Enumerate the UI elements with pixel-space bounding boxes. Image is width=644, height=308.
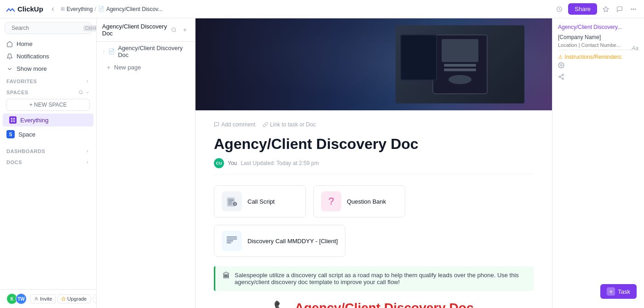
sidebar-footer: K TW Invite Upgrade ?: [0, 289, 96, 308]
svg-rect-8: [13, 118, 15, 120]
more-button[interactable]: [628, 4, 638, 14]
breadcrumb-doc[interactable]: Agency/Client Discov...: [106, 6, 163, 12]
logo-text: ClickUp: [17, 5, 43, 13]
breadcrumb-space[interactable]: Everything: [67, 6, 93, 12]
desk-scene: [396, 25, 524, 103]
space-avatar: S: [6, 130, 15, 138]
dashboards-section: DASHBOARDS: [0, 145, 96, 156]
phone-body: [432, 34, 488, 94]
location-input[interactable]: [558, 42, 632, 50]
task-plus-icon: +: [607, 287, 615, 296]
show-more-label: Show more: [17, 65, 47, 72]
phone-icon: 📞: [274, 300, 290, 308]
search-bar[interactable]: Ctrl+K: [5, 22, 92, 34]
invite-button[interactable]: Invite: [30, 294, 56, 303]
doc-cards: Call Script ? Question Bank: [214, 185, 534, 257]
svg-point-26: [559, 76, 561, 78]
svg-marker-12: [62, 297, 65, 301]
new-page-item[interactable]: New page: [97, 61, 195, 74]
author-name: You: [228, 160, 237, 166]
everything-label: Everything: [20, 117, 48, 124]
sidebar-item-show-more[interactable]: Show more: [0, 63, 96, 75]
discovery-call-icon: [222, 231, 242, 251]
search-doc-button[interactable]: [169, 25, 178, 34]
svg-rect-20: [227, 237, 237, 238]
search-input[interactable]: [12, 25, 80, 31]
add-comment-label: Add comment: [221, 121, 255, 128]
breadcrumb: ⊞ Everything / 📄 Agency/Client Discov...: [61, 6, 163, 12]
phone-bar1: [444, 64, 476, 67]
info-box: 🏛 Salespeople utilize a discovery call s…: [214, 266, 534, 291]
svg-point-27: [562, 78, 564, 80]
hero-image: [196, 18, 552, 110]
sidebar-item-notifications[interactable]: Notifications: [0, 50, 96, 63]
sidebar-item-home[interactable]: Home: [0, 38, 96, 50]
info-text: Salespeople utilize a discovery call scr…: [235, 272, 526, 285]
sidebar-item-everything[interactable]: Everything: [3, 114, 93, 126]
breadcrumb-separator: /: [95, 6, 96, 12]
gear-icon[interactable]: [558, 62, 638, 70]
author-avatar: CU: [214, 158, 224, 168]
call-script-label: Call Script: [247, 198, 275, 205]
info-icon: 🏛: [223, 272, 230, 280]
question-bank-label: Question Bank: [347, 198, 386, 205]
svg-marker-1: [603, 6, 609, 11]
svg-point-24: [560, 64, 562, 66]
upgrade-button[interactable]: Upgrade: [58, 294, 90, 303]
docs-label: DOCS: [6, 160, 22, 165]
timer-button[interactable]: [554, 4, 564, 14]
svg-point-2: [631, 9, 632, 10]
search-shortcut: Ctrl+K: [83, 25, 97, 31]
top-bar-left: ClickUp ⊞ Everything / 📄 Agency/Client D…: [6, 4, 551, 14]
top-bar-actions: Share: [554, 3, 638, 15]
new-doc-button[interactable]: [180, 25, 190, 34]
svg-point-3: [633, 9, 634, 10]
favorites-label: FAVORITES: [6, 79, 37, 84]
user-avatars: K TW: [6, 293, 27, 304]
discovery-call-card[interactable]: Discovery Call MMDDYY - [Client]: [214, 225, 345, 257]
doc-title: Agency/Client Discovery Doc: [214, 135, 534, 153]
link-label: Link to task or Doc: [270, 121, 316, 128]
comment-button[interactable]: [615, 4, 625, 14]
right-panel-company: [Company Name]: [558, 34, 638, 40]
sidebar-item-space[interactable]: S Space: [0, 127, 96, 141]
invite-label: Invite: [40, 296, 52, 302]
question-bank-card[interactable]: ? Question Bank: [313, 185, 405, 217]
share-button[interactable]: Share: [568, 3, 597, 15]
doc-tree-item[interactable]: 📄 Agency/Client Discovery Doc: [97, 42, 195, 61]
instructions-section: ⚠ Instructions/Reminders:: [558, 54, 638, 60]
svg-line-28: [560, 77, 562, 78]
right-panel-link[interactable]: Agency/Client Discovery...: [558, 24, 638, 30]
everything-icon: [9, 116, 17, 124]
link-button[interactable]: Link to task or Doc: [263, 121, 316, 128]
clickup-logo[interactable]: ClickUp: [6, 4, 43, 14]
question-bank-icon: ?: [321, 191, 341, 211]
phone-bar2: [444, 68, 476, 71]
discovery-call-label: Discovery Call MMDDYY - [Client]: [247, 238, 338, 245]
new-page-label: New page: [114, 64, 141, 71]
doc-content: Add comment Link to task or Doc Agency/C…: [196, 110, 552, 308]
breadcrumb-icon: ⊞: [61, 6, 65, 12]
avatar-tw: TW: [16, 293, 27, 304]
bottom-buttons: Invite Upgrade ?: [30, 294, 97, 303]
secondary-header-icons: [169, 25, 190, 34]
space-label: Space: [18, 131, 35, 138]
home-label: Home: [17, 40, 33, 47]
help-button[interactable]: ?: [92, 294, 97, 303]
star-button[interactable]: [601, 4, 611, 14]
big-title-text: Agency/Client Discovery Doc: [294, 301, 473, 308]
add-comment-button[interactable]: Add comment: [214, 121, 255, 128]
sidebar-bottom-bar: K TW Invite Upgrade ?: [0, 289, 96, 308]
sidebar-collapse-button[interactable]: [48, 4, 58, 14]
share-icon[interactable]: [558, 74, 638, 81]
task-button[interactable]: + Task: [600, 284, 637, 299]
svg-rect-23: [227, 242, 231, 244]
notifications-label: Notifications: [17, 53, 49, 60]
new-space-button[interactable]: + NEW SPACE: [6, 99, 90, 111]
secondary-sidebar: Agency/Client Discovery Doc 📄 Agency/Cli…: [97, 18, 196, 308]
svg-point-25: [562, 74, 564, 76]
svg-point-13: [172, 28, 176, 32]
spaces-icons: [79, 90, 90, 95]
call-script-icon: [222, 191, 242, 211]
call-script-card[interactable]: Call Script: [214, 185, 306, 217]
